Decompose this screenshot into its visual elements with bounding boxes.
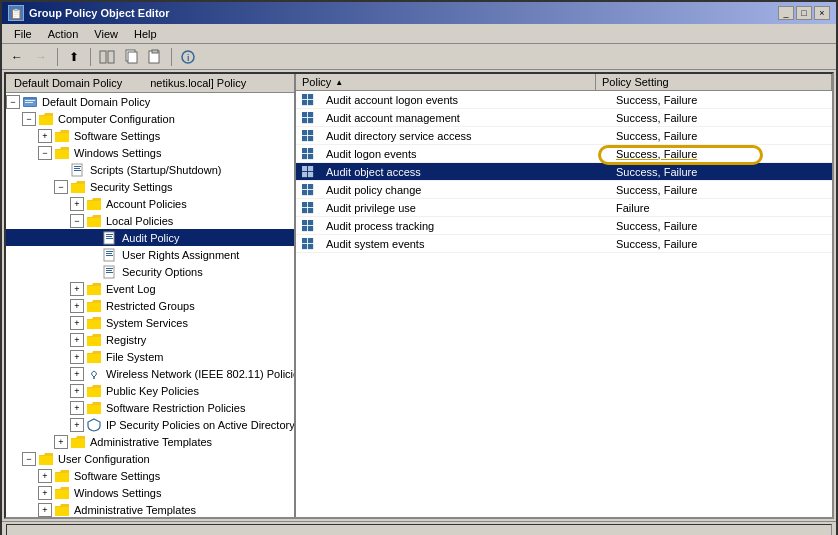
menu-action[interactable]: Action — [40, 26, 87, 42]
menu-file[interactable]: File — [6, 26, 40, 42]
table-row[interactable]: Audit policy change Success, Failure — [296, 181, 832, 199]
user-admin-icon — [54, 502, 70, 518]
tree-node-account-policies[interactable]: + Account Policies — [6, 195, 294, 212]
account-policies-icon — [86, 196, 102, 212]
tree-node-user-rights[interactable]: User Rights Assignment — [6, 246, 294, 263]
expander-software-settings[interactable]: + — [38, 129, 52, 143]
table-row[interactable]: Audit logon events Success, Failure — [296, 145, 832, 163]
tree-node-local-policies[interactable]: − Local Policies — [6, 212, 294, 229]
tree-node-user-admin[interactable]: + Administrative Templates — [6, 501, 294, 517]
table-row[interactable]: Audit account management Success, Failur… — [296, 109, 832, 127]
tree-node-admin-templates-comp[interactable]: + Administrative Templates — [6, 433, 294, 450]
svg-rect-32 — [308, 100, 313, 105]
expander-software-restriction[interactable]: + — [70, 401, 84, 415]
tree-header-domain: netikus.local] Policy — [146, 76, 250, 90]
tree-node-event-log[interactable]: + Event Log — [6, 280, 294, 297]
user-config-icon — [38, 451, 54, 467]
show-hide-button[interactable] — [96, 47, 118, 67]
expander-registry[interactable]: + — [70, 333, 84, 347]
expander-root[interactable]: − — [6, 95, 20, 109]
security-settings-label: Security Settings — [88, 181, 173, 193]
tree-node-software-settings[interactable]: + Software Settings — [6, 127, 294, 144]
expander-system-services[interactable]: + — [70, 316, 84, 330]
forward-button[interactable]: → — [30, 47, 52, 67]
table-row[interactable]: Audit directory service access Success, … — [296, 127, 832, 145]
expander-windows-settings[interactable]: − — [38, 146, 52, 160]
tree-node-computer-config[interactable]: − Computer Configuration — [6, 110, 294, 127]
expander-public-key[interactable]: + — [70, 384, 84, 398]
copy-button[interactable] — [120, 47, 142, 67]
table-row[interactable]: Audit system events Success, Failure — [296, 235, 832, 253]
expander-user-windows[interactable]: + — [38, 486, 52, 500]
expander-restricted-groups[interactable]: + — [70, 299, 84, 313]
expander-security-settings[interactable]: − — [54, 180, 68, 194]
tree-node-user-windows[interactable]: + Windows Settings — [6, 484, 294, 501]
table-row[interactable]: Audit privilege use Failure — [296, 199, 832, 217]
window-title: Group Policy Object Editor — [29, 7, 170, 19]
expander-local-policies[interactable]: − — [70, 214, 84, 228]
expander-account-policies[interactable]: + — [70, 197, 84, 211]
svg-rect-59 — [302, 226, 307, 231]
expander-file-system[interactable]: + — [70, 350, 84, 364]
row9-icon — [296, 236, 320, 252]
tree-node-software-restriction[interactable]: + Software Restriction Policies — [6, 399, 294, 416]
maximize-button[interactable]: □ — [796, 6, 812, 20]
menu-view[interactable]: View — [86, 26, 126, 42]
tree-node-ip-security[interactable]: + IP Security Policies on Active Directo… — [6, 416, 294, 433]
user-windows-label: Windows Settings — [72, 487, 161, 499]
col-header-setting[interactable]: Policy Setting — [596, 74, 832, 90]
menu-help[interactable]: Help — [126, 26, 165, 42]
security-options-label: Security Options — [120, 266, 203, 278]
app-icon: 📋 — [8, 5, 24, 21]
tree-node-user-config[interactable]: − User Configuration — [6, 450, 294, 467]
expander-wireless[interactable]: + — [70, 367, 84, 381]
svg-rect-27 — [106, 272, 113, 273]
properties-button[interactable]: i — [177, 47, 199, 67]
svg-rect-40 — [308, 136, 313, 141]
tree-node-restricted-groups[interactable]: + Restricted Groups — [6, 297, 294, 314]
svg-rect-30 — [308, 94, 313, 99]
col-header-policy[interactable]: Policy ▲ — [296, 74, 596, 90]
row8-setting: Success, Failure — [610, 219, 832, 233]
expander-computer-config[interactable]: − — [22, 112, 36, 126]
svg-rect-52 — [308, 190, 313, 195]
toolbar-sep-2 — [90, 48, 91, 66]
expander-user-config[interactable]: − — [22, 452, 36, 466]
tree-node-registry[interactable]: + Registry — [6, 331, 294, 348]
expander-admin-templates-comp[interactable]: + — [54, 435, 68, 449]
expander-ip-security[interactable]: + — [70, 418, 84, 432]
expander-user-software[interactable]: + — [38, 469, 52, 483]
tree-node-audit-policy[interactable]: Audit Policy — [6, 229, 294, 246]
table-row-selected[interactable]: Audit object access Success, Failure — [296, 163, 832, 181]
security-settings-icon — [70, 179, 86, 195]
tree-node-wireless[interactable]: + Wireless Network (IEEE 802.11) Policie… — [6, 365, 294, 382]
minimize-button[interactable]: _ — [778, 6, 794, 20]
tree-node-file-system[interactable]: + File System — [6, 348, 294, 365]
tree-node-root-policy[interactable]: − Default Domain Policy — [6, 93, 294, 110]
audit-policy-label: Audit Policy — [120, 232, 179, 244]
tree-node-security-settings[interactable]: − Security Settings — [6, 178, 294, 195]
svg-rect-14 — [74, 168, 80, 169]
tree-node-public-key[interactable]: + Public Key Policies — [6, 382, 294, 399]
row8-icon — [296, 218, 320, 234]
tree-node-user-software[interactable]: + Software Settings — [6, 467, 294, 484]
root-policy-label: Default Domain Policy — [40, 96, 150, 108]
tree-node-system-services[interactable]: + System Services — [6, 314, 294, 331]
main-content: Default Domain Policy netikus.local] Pol… — [4, 72, 834, 519]
expander-event-log[interactable]: + — [70, 282, 84, 296]
row9-policy: Audit system events — [320, 237, 610, 251]
back-button[interactable]: ← — [6, 47, 28, 67]
expander-user-admin[interactable]: + — [38, 503, 52, 517]
row6-policy: Audit policy change — [320, 183, 610, 197]
tree-node-security-options[interactable]: Security Options — [6, 263, 294, 280]
row7-icon — [296, 200, 320, 216]
tree-node-scripts[interactable]: Scripts (Startup/Shutdown) — [6, 161, 294, 178]
close-button[interactable]: × — [814, 6, 830, 20]
table-row[interactable]: Audit account logon events Success, Fail… — [296, 91, 832, 109]
svg-rect-25 — [106, 268, 113, 269]
paste-button[interactable] — [144, 47, 166, 67]
tree-node-windows-settings[interactable]: − Windows Settings — [6, 144, 294, 161]
up-button[interactable]: ⬆ — [63, 47, 85, 67]
table-row[interactable]: Audit process tracking Success, Failure — [296, 217, 832, 235]
computer-config-icon — [38, 111, 54, 127]
